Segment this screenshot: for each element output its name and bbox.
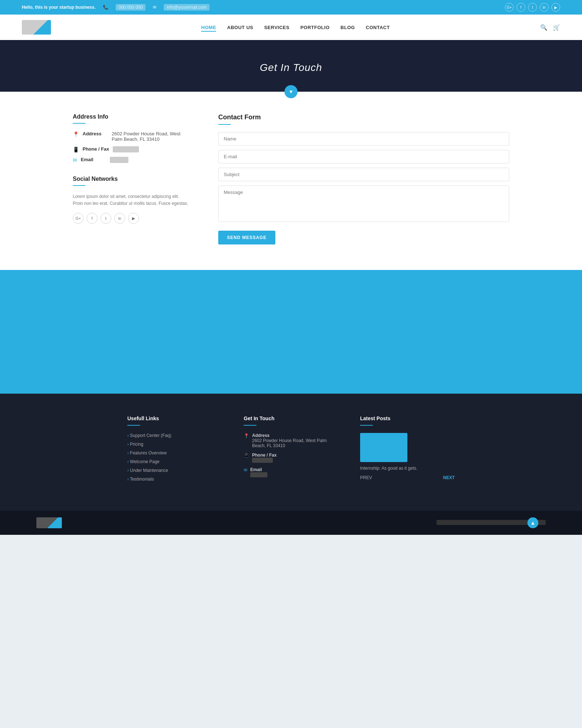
footer-link-support[interactable]: Support Center (Faq) — [127, 433, 222, 438]
social-gplus-top[interactable]: G+ — [505, 3, 514, 12]
email-value — [110, 157, 128, 163]
social-networks-section: Social Networks Lorem ipsum dolor sit am… — [73, 176, 189, 224]
email-label: Email — [81, 157, 106, 163]
top-bar: Hello, this is your startup business. 📞 … — [0, 0, 582, 15]
latest-posts-title: Latest Posts — [360, 415, 455, 421]
footer-link-features[interactable]: Features Overview — [127, 450, 222, 456]
phone-label: Phone / Fax — [83, 146, 109, 152]
blue-section — [0, 270, 582, 394]
footer: Usefull Links Support Center (Faq) Prici… — [0, 394, 582, 511]
bottom-logo[interactable] — [36, 517, 62, 528]
nav-icons: 🔍 🛒 — [540, 24, 560, 31]
post-thumbnail — [360, 433, 407, 462]
social-gplus[interactable]: G+ — [73, 213, 84, 224]
social-fb[interactable]: f — [87, 213, 97, 224]
social-tw[interactable]: t — [100, 213, 111, 224]
post-navigation: PREV NEXT — [360, 475, 455, 480]
hero-section: Get In Touch ▼ — [0, 40, 582, 92]
hello-text: Hello, this is your startup business. — [22, 5, 96, 10]
phone-row: 📱 Phone / Fax — [73, 146, 189, 152]
footer-contact-underline — [244, 425, 256, 426]
email-row: ✉ Email — [73, 157, 189, 163]
email-icon: ✉ — [153, 5, 156, 10]
nav-contact[interactable]: CONTACT — [366, 25, 390, 30]
form-title-underline — [218, 124, 231, 125]
email-icon-addr: ✉ — [73, 157, 77, 163]
post-title: Internship: As good as it gets. — [360, 466, 455, 471]
bottom-bar: ▲ — [0, 511, 582, 535]
social-icons-row: G+ f t in ▶ — [73, 213, 189, 224]
cart-icon[interactable]: 🛒 — [553, 24, 560, 31]
top-bar-left: Hello, this is your startup business. 📞 … — [22, 4, 210, 11]
nav-home[interactable]: HOME — [201, 25, 216, 32]
main-nav: HOME ABOUT US SERVICES PORTFOLIO BLOG CO… — [201, 24, 390, 31]
social-fb-top[interactable]: f — [517, 3, 525, 12]
logo[interactable] — [22, 20, 51, 35]
footer-address-label: Address — [252, 433, 270, 438]
footer-latest-posts: Latest Posts Internship: As good as it g… — [360, 415, 455, 485]
footer-location-icon: 📍 — [244, 433, 249, 448]
footer-phone-row: 📱 Phone / Fax — [244, 453, 338, 463]
social-yt[interactable]: ▶ — [128, 213, 139, 224]
nav-services[interactable]: SERVICES — [264, 25, 290, 30]
contact-form-title: Contact Form — [218, 114, 509, 121]
post-next-button[interactable]: NEXT — [443, 475, 455, 480]
address-label: Address — [83, 131, 108, 142]
latest-posts-underline — [360, 425, 373, 426]
social-title: Social Networks — [73, 176, 189, 182]
address-info-title: Address Info — [73, 114, 189, 120]
useful-links-title: Usefull Links — [127, 415, 222, 421]
subject-field-group — [218, 168, 509, 181]
send-message-button[interactable]: SEND MESSAGE — [218, 231, 275, 244]
footer-email-label: Email — [250, 467, 262, 472]
name-input[interactable] — [218, 132, 509, 146]
footer-contact: Get In Touch 📍 Address 2602 Powder House… — [244, 415, 338, 485]
social-in-top[interactable]: in — [540, 3, 549, 12]
footer-link-pricing[interactable]: Pricing — [127, 442, 222, 447]
footer-useful-links: Usefull Links Support Center (Faq) Prici… — [127, 415, 222, 485]
message-field-group — [218, 186, 509, 223]
nav-blog[interactable]: BLOG — [340, 25, 355, 30]
footer-email-value — [250, 472, 267, 477]
useful-links-list: Support Center (Faq) Pricing Features Ov… — [127, 433, 222, 482]
social-title-underline — [73, 185, 85, 186]
top-email: info@youremail.com — [164, 4, 210, 11]
scroll-to-top-button[interactable]: ▲ — [527, 517, 538, 528]
footer-contact-title: Get In Touch — [244, 415, 338, 421]
top-phone: 000 000 000 — [116, 4, 146, 11]
footer-link-welcome[interactable]: Welcome Page — [127, 459, 222, 464]
hero-arrow-icon: ▼ — [284, 85, 298, 98]
address-value: 2602 Powder House Road, West Palm Beach,… — [112, 131, 189, 142]
subject-input[interactable] — [218, 168, 509, 181]
search-icon[interactable]: 🔍 — [540, 24, 547, 31]
nav-bar: HOME ABOUT US SERVICES PORTFOLIO BLOG CO… — [0, 15, 582, 40]
address-title-underline — [73, 123, 85, 124]
footer-link-maintenance[interactable]: Under Maintenance — [127, 468, 222, 473]
name-field-group — [218, 132, 509, 146]
address-row: 📍 Address 2602 Powder House Road, West P… — [73, 131, 189, 142]
nav-about[interactable]: ABOUT US — [227, 25, 253, 30]
useful-links-underline — [127, 425, 140, 426]
hero-title: Get In Touch — [0, 62, 582, 73]
social-in[interactable]: in — [114, 213, 125, 224]
top-bar-social: G+ f t in ▶ — [505, 3, 560, 12]
message-input[interactable] — [218, 186, 509, 222]
footer-link-testimonials[interactable]: Testimonials — [127, 477, 222, 482]
social-tw-top[interactable]: t — [528, 3, 537, 12]
social-yt-top[interactable]: ▶ — [551, 3, 560, 12]
social-description: Lorem ipsum dolor sit amet, consectetur … — [73, 193, 189, 207]
email-input[interactable] — [218, 150, 509, 163]
logo-area — [22, 20, 51, 35]
footer-email-row: ✉ Email — [244, 467, 338, 477]
email-field-group — [218, 150, 509, 163]
phone-value — [113, 146, 139, 152]
footer-address-row: 📍 Address 2602 Powder House Road, West P… — [244, 433, 338, 448]
footer-phone-value — [252, 458, 273, 463]
nav-portfolio[interactable]: PORTFOLIO — [300, 25, 330, 30]
phone-icon-addr: 📱 — [73, 147, 79, 152]
post-prev-button[interactable]: PREV — [360, 475, 372, 480]
location-icon: 📍 — [73, 131, 79, 142]
main-content: Address Info 📍 Address 2602 Powder House… — [0, 92, 582, 270]
contact-form-section: Contact Form SEND MESSAGE — [218, 114, 509, 244]
footer-phone-icon: 📱 — [244, 453, 249, 463]
